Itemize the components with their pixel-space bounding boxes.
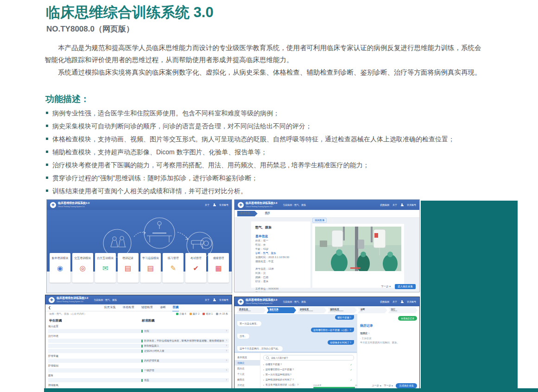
feature-item: 病例专业性强，适合医学生和住院医师使用。包含不同科室和难度等级的病例； [46, 108, 486, 118]
next-step-link[interactable]: 下一步 ▾ [381, 285, 391, 288]
exam-step-chip[interactable]: 辅助检查 Auxiliary Examination [328, 307, 357, 313]
chat-bubble[interactable]: 第一次这么难受。 [237, 321, 261, 326]
user-link[interactable]: 学员账号 [407, 203, 416, 206]
search-input[interactable] [270, 356, 351, 360]
about-link[interactable]: 关于 [392, 203, 397, 206]
switch-case-link[interactable]: 切换病例 [380, 300, 389, 303]
question-item[interactable]: • 你哪里不舒服？ ✓ [263, 362, 354, 367]
chevron-right-icon[interactable]: › [226, 349, 227, 353]
about-link[interactable]: 关于 [205, 298, 209, 301]
features-heading: 功能描述： [45, 93, 89, 105]
question-category[interactable]: 月经史 [234, 382, 260, 388]
basic-info-heading: 基本信息 [255, 234, 306, 239]
order-item-bar[interactable]: 限制钠盐摄入 › [48, 344, 229, 348]
order-item-text: 一级护理 [144, 369, 154, 372]
switch-case-link[interactable]: 切换病例 [380, 203, 389, 206]
chevron-right-icon[interactable]: › [226, 369, 227, 372]
order-item-text: 住院 [144, 329, 149, 333]
exam-step-chip[interactable]: 治疗 Treatment [388, 307, 418, 313]
progress-widget: 问诊进度 45 [313, 384, 357, 388]
results-toolbar: ❮ 病史采集 体格检查 辅助检查 诊断 医嘱 [45, 304, 232, 311]
result-tab[interactable]: 诊断 [159, 304, 166, 311]
chat-bubble[interactable]: 你咳嗽多长时间了？ [328, 340, 354, 345]
user-link[interactable]: 学员账号 [407, 300, 416, 303]
order-row: 内科护理常规 › [48, 359, 229, 363]
chevron-right-icon[interactable]: › [226, 344, 227, 348]
exam-step-chip[interactable]: 诊断 DX [358, 307, 387, 313]
order-item-bar[interactable]: 低盐 › [48, 378, 229, 382]
order-item-bar[interactable]: 卧床休息，半卧位或端坐位休息，吸氧并保持呼吸道通畅，避免情绪激动 › [48, 339, 229, 343]
question-category[interactable]: 基本情况 [234, 354, 260, 360]
patient-field: 职业：退休 [255, 279, 306, 284]
module-card-icon: ✎ [171, 265, 177, 272]
chat-bubble[interactable]: 还有哪些部位一起不舒服（心慌）？ [311, 328, 354, 333]
view-record-button[interactable]: 查看病历记录 [398, 316, 417, 321]
dashboard-module-card[interactable]: 自主互动模块 ✉ [95, 253, 116, 283]
module-card-label: 自主互动模块 [97, 256, 114, 260]
exam-step-chip[interactable]: 患者信息 Patient Information [236, 307, 266, 313]
chat-bubble[interactable]: 哪里不舒服？ [335, 315, 354, 320]
case-title: 憋气、腹胀 [255, 225, 306, 230]
result-tab[interactable]: 医嘱 [172, 304, 179, 311]
start-history-button[interactable]: 进入病史采集 [395, 284, 416, 289]
question-category[interactable]: 现病史 [234, 360, 260, 366]
module-card-label: 成绩管理 [213, 256, 224, 260]
module-card-label: 考试管理 [190, 256, 202, 260]
result-tab[interactable]: 体格检查 [122, 304, 135, 311]
finish-history-button[interactable]: 完成病史采集 [396, 383, 417, 388]
chat-bubble[interactable]: 这半个月总是胸闷，活动后心慌气短。 [237, 346, 283, 351]
user-link[interactable]: 学员账号 [219, 203, 228, 206]
dashboard-module-card[interactable]: 集中培训模块 ◉ [50, 253, 70, 283]
question-category[interactable]: 婚育史 [234, 377, 260, 382]
order-row: 护理常规 › [48, 354, 229, 358]
case-step-chip[interactable]: 病历 Detail [262, 211, 275, 216]
chevron-right-icon[interactable]: › [226, 329, 227, 333]
order-item-bar[interactable]: 内科护理常规 › [48, 359, 229, 363]
question-item[interactable]: • 第一次出现这种情况吗？ [263, 372, 354, 377]
order-item-bar[interactable]: 一级护理 › [48, 368, 229, 373]
question-search-box[interactable] [263, 355, 354, 360]
user-link[interactable]: 学员账号 [219, 298, 228, 301]
result-tab[interactable]: 辅助检查 [141, 304, 153, 311]
student-orders-header: 学生医嘱 [49, 318, 62, 323]
chat-bubble[interactable]: 没有。 [237, 334, 249, 339]
case-step-bar: 患者信息 Patient Information 病历 Detail [234, 210, 419, 218]
document-page: 临床思维综合训练系统 3.0 NO.TY8008.0（网页版） 本产品是为规范和… [0, 0, 538, 392]
dashboard-module-card[interactable]: 考试管理 ✔ [185, 253, 206, 283]
dashboard-module-card[interactable]: 成绩管理 ▦ [208, 253, 229, 283]
correct-marker [141, 379, 143, 382]
result-tab[interactable]: 病史采集 [104, 304, 116, 311]
order-row: 低盐 › [48, 378, 229, 382]
question-category[interactable]: 既往史 [234, 366, 260, 371]
about-link[interactable]: 关于 [392, 300, 397, 303]
correct-marker [141, 369, 143, 372]
chevron-right-icon[interactable]: › [226, 339, 227, 342]
module-card-icon: ▦ [215, 265, 222, 272]
dashboard-module-card[interactable]: 练习管理 ✎ [163, 253, 184, 283]
step-label-en: DX [361, 310, 387, 312]
dashboard-module-card[interactable]: 培训记录 ▤ [118, 253, 139, 283]
step-label-en: Treatment [391, 310, 418, 312]
diagnosis-link[interactable]: 诊断：憋气、腹胀 [255, 251, 306, 255]
order-item-bar[interactable]: 住院 › [48, 329, 229, 333]
case-step-chip[interactable]: 患者信息 Patient Information [237, 211, 258, 216]
back-icon[interactable]: ❮ [48, 306, 51, 310]
question-item[interactable]: • 还有哪些部位一起不舒服？ ✓ [263, 367, 354, 372]
next-step-link[interactable]: 下一步 ▸ [384, 384, 393, 387]
dashboard-module-card[interactable]: 交互培训模块 ◎ [72, 253, 93, 283]
intro-paragraphs: 本产品是为规范和提高医学人员临床思维能力而设计的专业级医学教育系统，使用者可利用… [44, 42, 483, 78]
about-link[interactable]: 关于 [205, 203, 209, 206]
question-item[interactable]: • 这种情况持续多长时间了？ ✓ [263, 377, 354, 382]
question-text: 第一次出现这种情况吗？ [266, 373, 292, 376]
asked-check-icon: ✓ [350, 379, 352, 381]
dashboard-module-card[interactable]: 学习追踪模块 ▤ [140, 253, 161, 283]
prev-step-link[interactable]: 上一步 ◂ [372, 384, 381, 387]
chevron-right-icon[interactable]: › [226, 359, 227, 362]
exam-step-chip[interactable]: 病史采集 History taking [267, 307, 297, 313]
question-category[interactable]: 个人史 [234, 371, 260, 377]
screenshot-orders-compare: ✚ 临床思维综合训练系统3.0 Clinical Thinking Traini… [45, 295, 232, 392]
order-item-bar[interactable]: 记录24小时出入量 › [48, 349, 229, 353]
exam-step-chip[interactable]: 体格检查 Physical Examination [297, 307, 327, 313]
current-case-label: 当前病例：憋气、腹胀 [283, 203, 306, 206]
chevron-right-icon[interactable]: › [226, 379, 227, 382]
